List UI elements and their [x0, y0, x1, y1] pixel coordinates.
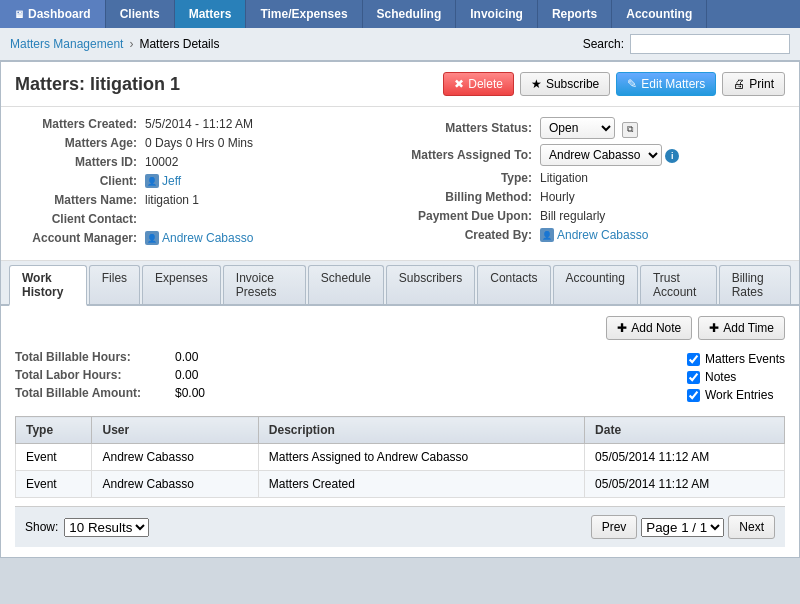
nav-time-expenses[interactable]: Time/Expenses	[246, 0, 362, 28]
subscribe-button[interactable]: ★ Subscribe	[520, 72, 610, 96]
show-label: Show:	[25, 520, 58, 534]
created-value: 5/5/2014 - 11:12 AM	[145, 117, 253, 131]
breadcrumb: Matters Management › Matters Details	[10, 37, 219, 51]
add-time-icon: ✚	[709, 321, 719, 335]
client-label: Client:	[15, 174, 145, 188]
page-select[interactable]: Page 1 / 1	[641, 518, 724, 537]
payment-label: Payment Due Upon:	[410, 209, 540, 223]
billable-amount-label: Total Billable Amount:	[15, 386, 175, 400]
search-input[interactable]	[630, 34, 790, 54]
created-by-row: Created By: 👤 Andrew Cabasso	[410, 228, 785, 242]
nav-scheduling[interactable]: Scheduling	[363, 0, 457, 28]
billable-hours-row: Total Billable Hours: 0.00	[15, 350, 657, 364]
add-note-button[interactable]: ✚ Add Note	[606, 316, 692, 340]
status-select[interactable]: Open Closed Pending	[540, 117, 615, 139]
nav-clients[interactable]: Clients	[106, 0, 175, 28]
table-row: Event Andrew Cabasso Matters Assigned to…	[16, 444, 785, 471]
main-content: Matters: litigation 1 ✖ Delete ★ Subscri…	[0, 61, 800, 558]
payment-row: Payment Due Upon: Bill regularly	[410, 209, 785, 223]
copy-status-icon[interactable]: ⧉	[622, 122, 638, 138]
tab-contacts[interactable]: Contacts	[477, 265, 550, 304]
delete-button[interactable]: ✖ Delete	[443, 72, 514, 96]
page-nav: Prev Page 1 / 1 Next	[591, 515, 775, 539]
manager-link[interactable]: 👤 Andrew Cabasso	[145, 231, 253, 245]
labor-hours-value: 0.00	[175, 368, 198, 382]
contact-label: Client Contact:	[15, 212, 145, 226]
created-by-icon: 👤	[540, 228, 554, 242]
checkbox-work-entries-input[interactable]	[687, 389, 700, 402]
tab-billing-rates[interactable]: Billing Rates	[719, 265, 791, 304]
assigned-info-icon[interactable]: i	[665, 149, 679, 163]
manager-value: 👤 Andrew Cabasso	[145, 231, 253, 245]
age-value: 0 Days 0 Hrs 0 Mins	[145, 136, 253, 150]
created-by-link[interactable]: 👤 Andrew Cabasso	[540, 228, 648, 242]
edit-matters-button[interactable]: ✎ Edit Matters	[616, 72, 716, 96]
assigned-select[interactable]: Andrew Cabasso	[540, 144, 662, 166]
breadcrumb-parent[interactable]: Matters Management	[10, 37, 123, 51]
tab-expenses[interactable]: Expenses	[142, 265, 221, 304]
created-label: Matters Created:	[15, 117, 145, 131]
nav-dashboard[interactable]: 🖥 Dashboard	[0, 0, 106, 28]
manager-label: Account Manager:	[15, 231, 145, 245]
col-user: User	[92, 417, 258, 444]
checkbox-matters-events: Matters Events	[687, 352, 785, 366]
id-label: Matters ID:	[15, 155, 145, 169]
name-row: Matters Name: litigation 1	[15, 193, 390, 207]
nav-invoicing[interactable]: Invoicing	[456, 0, 538, 28]
client-link[interactable]: 👤 Jeff	[145, 174, 181, 188]
payment-value: Bill regularly	[540, 209, 605, 223]
tab-schedule[interactable]: Schedule	[308, 265, 384, 304]
delete-icon: ✖	[454, 77, 464, 91]
type-row: Type: Litigation	[410, 171, 785, 185]
stats-right: Matters Events Notes Work Entries	[687, 350, 785, 404]
checkbox-matters-events-label: Matters Events	[705, 352, 785, 366]
id-row: Matters ID: 10002	[15, 155, 390, 169]
tab-subscribers[interactable]: Subscribers	[386, 265, 475, 304]
checkbox-matters-events-input[interactable]	[687, 353, 700, 366]
tab-accounting[interactable]: Accounting	[553, 265, 638, 304]
breadcrumb-current: Matters Details	[139, 37, 219, 51]
assigned-value: Andrew Cabasso i	[540, 144, 679, 166]
col-type: Type	[16, 417, 92, 444]
details-left: Matters Created: 5/5/2014 - 11:12 AM Mat…	[15, 117, 390, 250]
search-label: Search:	[583, 37, 624, 51]
cell-description-1: Matters Assigned to Andrew Cabasso	[258, 444, 584, 471]
client-row: Client: 👤 Jeff	[15, 174, 390, 188]
type-value: Litigation	[540, 171, 588, 185]
table-row: Event Andrew Cabasso Matters Created 05/…	[16, 471, 785, 498]
tab-files[interactable]: Files	[89, 265, 140, 304]
prev-button[interactable]: Prev	[591, 515, 638, 539]
print-button[interactable]: 🖨 Print	[722, 72, 785, 96]
details-right: Matters Status: Open Closed Pending ⧉ Ma…	[410, 117, 785, 250]
billing-row: Billing Method: Hourly	[410, 190, 785, 204]
tab-invoice-presets[interactable]: Invoice Presets	[223, 265, 306, 304]
client-value: 👤 Jeff	[145, 174, 181, 188]
subscribe-icon: ★	[531, 77, 542, 91]
tab-work-history[interactable]: Work History	[9, 265, 87, 306]
nav-reports[interactable]: Reports	[538, 0, 612, 28]
stats-row: Total Billable Hours: 0.00 Total Labor H…	[15, 350, 785, 404]
nav-matters[interactable]: Matters	[175, 0, 247, 28]
cell-type-1: Event	[16, 444, 92, 471]
name-label: Matters Name:	[15, 193, 145, 207]
results-select[interactable]: 10 Results	[64, 518, 149, 537]
tab-trust-account[interactable]: Trust Account	[640, 265, 717, 304]
billing-value: Hourly	[540, 190, 575, 204]
table-body: Event Andrew Cabasso Matters Assigned to…	[16, 444, 785, 498]
billable-hours-label: Total Billable Hours:	[15, 350, 175, 364]
cell-type-2: Event	[16, 471, 92, 498]
top-nav: 🖥 Dashboard Clients Matters Time/Expense…	[0, 0, 800, 28]
billing-label: Billing Method:	[410, 190, 540, 204]
matter-title: Matters: litigation 1	[15, 74, 180, 95]
checkbox-notes-input[interactable]	[687, 371, 700, 384]
add-time-button[interactable]: ✚ Add Time	[698, 316, 785, 340]
nav-accounting[interactable]: Accounting	[612, 0, 707, 28]
stats-left: Total Billable Hours: 0.00 Total Labor H…	[15, 350, 657, 404]
manager-user-icon: 👤	[145, 231, 159, 245]
manager-row: Account Manager: 👤 Andrew Cabasso	[15, 231, 390, 245]
assigned-row: Matters Assigned To: Andrew Cabasso i	[410, 144, 785, 166]
next-button[interactable]: Next	[728, 515, 775, 539]
contact-row: Client Contact:	[15, 212, 390, 226]
tab-content: ✚ Add Note ✚ Add Time Total Billable Hou…	[1, 306, 799, 557]
col-date: Date	[585, 417, 785, 444]
